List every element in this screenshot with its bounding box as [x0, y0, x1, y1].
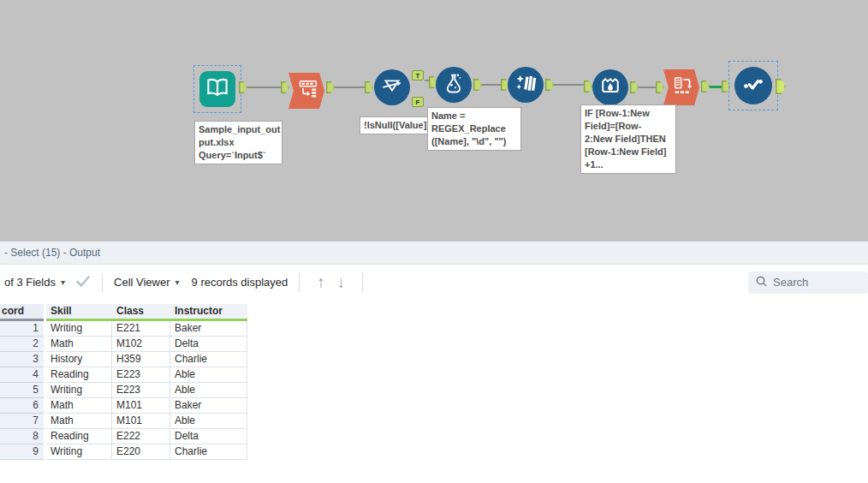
class-cell[interactable]: E223 [112, 383, 170, 398]
output-anchor[interactable] [545, 79, 554, 91]
skill-column-header[interactable]: Skill [46, 304, 112, 321]
instructor-cell[interactable]: Delta [170, 337, 247, 352]
flask-icon [441, 70, 467, 99]
class-cell[interactable]: H359 [112, 352, 170, 367]
class-cell[interactable]: E220 [112, 444, 170, 460]
apply-button[interactable] [75, 275, 91, 290]
list-arrow-icon [669, 75, 694, 100]
instructor-cell[interactable]: Able [170, 383, 247, 398]
record-cell[interactable]: 6 [0, 398, 44, 414]
instructor-cell[interactable]: Baker [170, 321, 247, 337]
open-book-icon [205, 75, 230, 104]
search-icon [755, 275, 768, 290]
output-anchor[interactable] [326, 81, 335, 93]
alteryx-window: T F [0, 0, 868, 483]
data-cleansing-tool[interactable] [508, 67, 544, 103]
input-anchor[interactable] [584, 80, 592, 92]
input-anchor[interactable] [656, 81, 664, 93]
tool-annotation[interactable]: Name = REGEX_Replace ([Name], "\d", "") [427, 107, 521, 151]
output-anchor[interactable] [701, 80, 710, 92]
transpose-tool[interactable] [288, 73, 324, 109]
chevron-down-icon: ▾ [61, 277, 65, 287]
instructor-cell[interactable]: Able [170, 414, 247, 429]
tool-annotation[interactable]: IF [Row-1:New Field]=[Row- 2:New Field]T… [580, 104, 676, 174]
skill-cell[interactable]: Reading [46, 367, 112, 383]
search-box[interactable] [748, 271, 868, 294]
input-anchor[interactable] [365, 81, 373, 93]
record-cell[interactable]: 1 [0, 321, 44, 337]
connection[interactable] [247, 86, 282, 88]
instructor-cell[interactable]: Baker [170, 398, 247, 414]
class-cell[interactable]: M101 [112, 398, 170, 414]
instructor-cell[interactable]: Charlie [170, 352, 247, 367]
instructor-cell[interactable]: Able [170, 367, 247, 383]
record-cell[interactable]: 7 [0, 414, 44, 429]
fields-dropdown[interactable]: of 3 Fields ▾ [4, 276, 65, 289]
class-cell[interactable]: E222 [112, 429, 170, 444]
class-cell[interactable]: E221 [112, 321, 170, 337]
checkmark-icon [75, 275, 91, 290]
tool-annotation[interactable]: !IsNull([Value]) [360, 116, 434, 134]
table-row[interactable]: 6MathM101Baker [0, 398, 250, 414]
table-row[interactable]: 4ReadingE223Able [0, 367, 250, 383]
connection[interactable] [639, 86, 657, 88]
arrow-down-icon[interactable]: ↓ [331, 274, 352, 290]
select-tool[interactable] [734, 67, 772, 104]
cell-viewer-label: Cell Viewer [114, 276, 170, 289]
search-input[interactable] [773, 276, 859, 289]
table-row[interactable]: 8ReadingE222Delta [0, 429, 250, 444]
record-cell[interactable]: 3 [0, 352, 44, 367]
arrow-up-icon[interactable]: ↑ [311, 274, 331, 290]
skill-cell[interactable]: History [46, 352, 112, 367]
table-row[interactable]: 2MathM102Delta [0, 337, 250, 352]
sparkle-columns-icon [513, 70, 538, 99]
class-column-header[interactable]: Class [112, 304, 170, 321]
record-cell[interactable]: 2 [0, 337, 44, 352]
instructor-cell[interactable]: Delta [170, 429, 247, 444]
record-cell[interactable]: 8 [0, 429, 44, 444]
skill-cell[interactable]: Math [46, 398, 112, 414]
record-column-header[interactable]: cord [0, 304, 44, 321]
output-anchor[interactable] [239, 81, 247, 93]
cross-tab-tool[interactable] [663, 69, 699, 105]
true-output-anchor[interactable]: T [412, 70, 424, 80]
output-anchor[interactable] [630, 81, 639, 93]
connection[interactable] [554, 84, 585, 86]
connection[interactable] [335, 86, 366, 88]
cell-viewer-dropdown[interactable]: Cell Viewer ▾ [114, 276, 180, 289]
table-rotate-icon [294, 78, 319, 104]
table-row[interactable]: 1WritingE221Baker [0, 321, 250, 337]
toolbar-separator [299, 273, 300, 292]
output-anchor[interactable] [473, 79, 482, 91]
output-anchor[interactable] [776, 79, 786, 94]
filter-tool[interactable] [374, 69, 410, 105]
table-row[interactable]: 9WritingE220Charlie [0, 444, 250, 460]
record-cell[interactable]: 9 [0, 444, 44, 460]
skill-cell[interactable]: Math [46, 337, 112, 352]
workflow-canvas[interactable]: T F [0, 0, 868, 242]
skill-cell[interactable]: Reading [46, 429, 112, 444]
table-row[interactable]: 5WritingE223Able [0, 383, 250, 398]
dots-checkmark-icon [740, 71, 766, 100]
false-output-anchor[interactable]: F [412, 97, 424, 107]
table-row[interactable]: 3HistoryH359Charlie [0, 352, 250, 367]
instructor-cell[interactable]: Charlie [170, 444, 247, 460]
skill-cell[interactable]: Math [46, 414, 112, 429]
record-cell[interactable]: 4 [0, 367, 44, 383]
tool-annotation[interactable]: Sample_input_out put.xlsx Query=`Input$` [194, 121, 282, 164]
class-cell[interactable]: M101 [112, 414, 170, 429]
skill-cell[interactable]: Writing [46, 321, 112, 337]
skill-cell[interactable]: Writing [46, 444, 112, 460]
input-anchor[interactable] [281, 81, 289, 93]
formula-tool[interactable] [436, 67, 472, 103]
record-cell[interactable]: 5 [0, 383, 44, 398]
class-cell[interactable]: E223 [112, 367, 170, 383]
records-displayed-label: 9 records displayed [192, 276, 288, 289]
skill-cell[interactable]: Writing [46, 383, 112, 398]
multi-row-formula-tool[interactable] [592, 69, 628, 105]
connection[interactable] [482, 84, 502, 86]
instructor-column-header[interactable]: Instructor [170, 304, 247, 321]
input-data-tool[interactable] [199, 71, 235, 107]
class-cell[interactable]: M102 [112, 337, 170, 352]
table-row[interactable]: 7MathM101Able [0, 414, 250, 429]
